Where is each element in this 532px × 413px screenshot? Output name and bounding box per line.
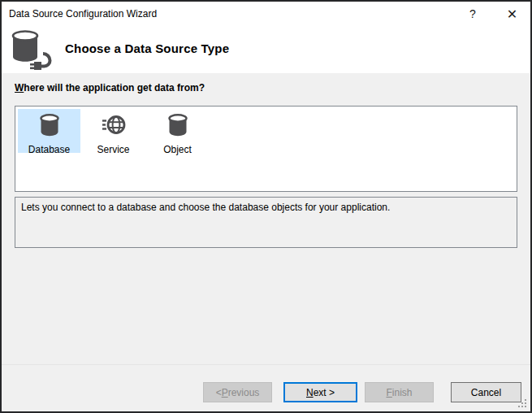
data-source-configuration-wizard-dialog: Data Source Configuration Wizard ? ✕ Cho… [0,0,532,413]
window-title: Data Source Configuration Wizard [2,8,157,20]
question-label: Where will the application get data from… [15,82,205,93]
finish-button[interactable]: Finish [365,382,434,402]
wizard-header: Choose a Data Source Type [2,26,530,73]
close-icon[interactable]: ✕ [494,2,530,26]
list-item-label: Database [28,144,70,155]
list-item-label: Service [97,144,129,155]
titlebar-controls: ? ✕ [456,2,530,26]
footer-separator [2,364,530,365]
resize-grip[interactable] [517,399,526,409]
web-service-icon [101,112,127,141]
wizard-content: Where will the application get data from… [2,73,530,411]
list-item-label: Object [163,144,192,155]
page-title: Choose a Data Source Type [65,41,229,55]
list-item-service[interactable]: Service [82,109,145,153]
help-icon[interactable]: ? [456,2,489,26]
previous-button[interactable]: < Previous [203,382,272,402]
titlebar[interactable]: Data Source Configuration Wizard ? ✕ [2,2,530,26]
data-source-type-list[interactable]: Database Service [15,106,517,192]
cancel-button[interactable]: Cancel [451,382,521,402]
database-plug-icon [10,29,55,73]
database-icon [37,112,63,141]
next-button[interactable]: Next > [283,382,357,402]
list-item-database[interactable]: Database [18,109,80,153]
object-icon [165,112,191,141]
list-item-object[interactable]: Object [146,109,209,153]
description-text: Lets you connect to a database and choos… [21,202,390,213]
description-box: Lets you connect to a database and choos… [15,197,517,248]
